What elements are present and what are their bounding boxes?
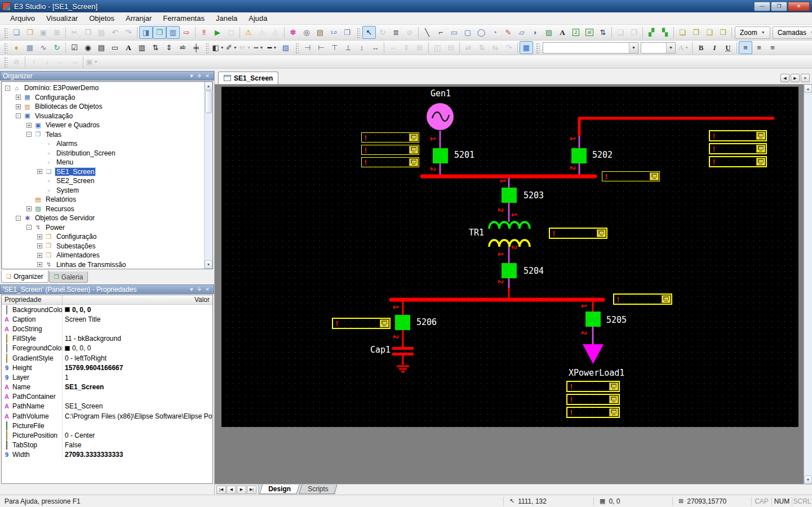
insert-e3browser-button[interactable]: ▦ — [23, 41, 37, 54]
fill-color-picker-button[interactable]: ◧▼ — [211, 41, 225, 54]
tree-item-power[interactable]: -↯Power — [3, 223, 203, 233]
property-row-pathvolume[interactable]: APathVolumeC:\Program Files (x86)\Elipse… — [2, 411, 212, 421]
toolbar-grip[interactable] — [3, 27, 7, 38]
tab-design[interactable]: Design — [259, 484, 300, 494]
document-tab-se1-screen[interactable]: SE1_Screen — [218, 72, 278, 84]
tree-item-subestacoes[interactable]: +❒Subestações — [3, 242, 203, 251]
collapse-icon[interactable]: - — [16, 113, 21, 118]
screen-windows-button[interactable]: ❒ — [340, 26, 354, 39]
scroll-up-icon[interactable]: ▲ — [205, 82, 212, 90]
tree-item-recursos[interactable]: +▨Recursos — [3, 204, 203, 214]
tree-item-relatorios[interactable]: ▤Relatórios — [3, 195, 203, 204]
font-size-combo[interactable]: ▼ — [641, 42, 676, 54]
line-style-picker-button[interactable]: ┅▼ — [252, 41, 265, 54]
canvas-scroll-down-icon[interactable]: ▼ — [804, 475, 812, 484]
tab-organizer[interactable]: ❏Organizer — [1, 270, 48, 283]
properties-close-button[interactable]: ✕ — [203, 286, 211, 293]
line-color-picker-button[interactable]: ✏▼ — [238, 41, 252, 54]
insert-scrollbar-button[interactable]: ⇕ — [162, 41, 176, 54]
polyline-tool-button[interactable]: ⌐ — [434, 26, 447, 39]
run-application-button[interactable]: ▶ — [211, 26, 224, 39]
property-value-cell[interactable]: SE1_Screen — [63, 402, 212, 411]
gallery-toggle-button[interactable]: ❐ — [153, 26, 166, 39]
last-page-button[interactable]: ▶| — [247, 486, 256, 494]
design-canvas[interactable]: Gen1520152025203TR152045206Cap15205XPowe… — [221, 87, 798, 427]
screen-next-button[interactable]: ▶ — [791, 74, 800, 82]
alarm-display-box[interactable]: ! — [361, 145, 419, 155]
toolbar-grip[interactable] — [205, 42, 209, 54]
restore-button[interactable]: ❐ — [771, 2, 787, 11]
property-value-cell[interactable]: 27093.3333333333 — [63, 450, 212, 460]
insert-text-button[interactable]: A — [122, 41, 135, 54]
center-vertically-button[interactable]: ↕ — [355, 41, 369, 54]
rotate-mode-button[interactable]: ↻ — [376, 26, 389, 39]
remove-connections-button[interactable]: ⊘ — [403, 26, 416, 39]
toolbar-grip[interactable] — [3, 42, 7, 54]
collapse-icon[interactable]: - — [26, 225, 32, 230]
tree-item-se1-screen[interactable]: +❏SE1_Screen — [3, 167, 203, 177]
same-size-button[interactable]: ⊞ — [413, 41, 427, 54]
first-page-button[interactable]: |◀ — [216, 486, 226, 494]
pie-tool-button[interactable]: ◔ — [488, 26, 502, 39]
tree-item-system[interactable]: ▫System — [3, 186, 203, 195]
property-row-name[interactable]: ANameSE1_Screen — [2, 383, 212, 392]
center-horizontally-button[interactable]: ↔ — [369, 41, 382, 54]
expand-icon[interactable]: + — [37, 169, 42, 174]
display-object-button[interactable]: 2 — [569, 26, 583, 39]
undo-button[interactable]: ↶ — [108, 26, 122, 39]
properties-pin-button[interactable]: ✛ — [196, 286, 203, 293]
breaker-5206[interactable] — [395, 315, 410, 330]
tree-item-configuracao[interactable]: +▦Configuração — [3, 93, 203, 103]
color-palette-button[interactable]: ✽ — [286, 26, 300, 39]
insert-alarm-button[interactable]: ♦ — [10, 41, 23, 54]
same-width-button[interactable]: ⇔ — [386, 41, 400, 54]
space-down-button[interactable]: ⇅ — [475, 41, 489, 54]
decimal-display-button[interactable]: 1.0 — [327, 26, 340, 39]
canvas-scrollbar[interactable]: ▲ ▼ — [804, 84, 812, 484]
polygon-tool-button[interactable]: ▱ — [515, 26, 529, 39]
fill-style-picker-button[interactable]: ▨ — [279, 41, 292, 54]
tab-order-button[interactable]: ⇅ — [596, 26, 610, 39]
alarm-display-box[interactable]: ! — [709, 156, 767, 167]
copy-button[interactable]: ❐ — [81, 26, 95, 39]
breaker-5204[interactable] — [502, 263, 517, 278]
insert-chart-button[interactable]: ∿ — [37, 41, 50, 54]
minimize-button[interactable]: — — [754, 2, 770, 11]
previous-warning-button[interactable]: ⚠ — [255, 26, 269, 39]
property-value-cell[interactable]: 0, 0, 0 — [63, 305, 212, 314]
line-width-picker-button[interactable]: ━▼ — [265, 41, 279, 54]
expand-icon[interactable]: + — [26, 206, 32, 211]
tree-item-se2-screen[interactable]: ▫SE2_Screen — [3, 176, 203, 186]
camadas-dropdown[interactable]: Camadas▼ — [773, 26, 812, 39]
breaker-5203[interactable] — [502, 188, 517, 203]
move-right-level-button[interactable]: → — [68, 55, 81, 68]
new-screen-button[interactable]: ❏ — [10, 26, 23, 39]
ellipse-tool-button[interactable]: ◯ — [474, 26, 488, 39]
tree-item-alarms[interactable]: ▫Alarms — [3, 139, 203, 149]
send-to-back-button[interactable]: ❐ — [689, 26, 703, 39]
bring-forward-button[interactable]: ❑ — [703, 26, 716, 39]
tree-scrollbar[interactable]: ▲ ▼ — [204, 82, 212, 269]
scrollbar-thumb[interactable] — [205, 91, 212, 113]
alarm-display-box[interactable]: ! — [566, 381, 620, 392]
zoom-dropdown[interactable]: Zoom▼ — [735, 26, 770, 39]
font-color-picker-button[interactable]: A▼ — [677, 41, 690, 54]
insert-updown-button[interactable]: ⇅ — [149, 41, 162, 54]
alarm-display-box[interactable]: ! — [709, 130, 767, 141]
alarm-display-box[interactable]: ! — [602, 171, 660, 181]
expand-icon[interactable]: + — [37, 253, 42, 258]
cut-button[interactable]: ✂ — [68, 26, 81, 39]
transformer-tr1[interactable] — [489, 222, 530, 247]
menu-objetos[interactable]: Objetos — [83, 12, 120, 24]
align-left-edges-button[interactable]: ⊣ — [301, 41, 314, 54]
object-list-button[interactable]: ≣ — [389, 26, 403, 39]
insert-textbox-button[interactable]: ab — [176, 41, 189, 54]
text-align-left-button[interactable]: ≡ — [739, 41, 752, 54]
properties-menu-button[interactable]: ▼ — [188, 286, 196, 293]
align-top-edges-button[interactable]: ⊤ — [328, 41, 341, 54]
property-value-cell[interactable]: C:\Program Files (x86)\Elipse Software\E… — [63, 411, 212, 421]
object-library-button[interactable]: ▤ — [313, 26, 327, 39]
chevron-down-icon[interactable]: ▼ — [666, 43, 675, 53]
tab-galeria[interactable]: ❐Galeria — [49, 272, 88, 283]
property-value-cell[interactable] — [63, 421, 212, 430]
